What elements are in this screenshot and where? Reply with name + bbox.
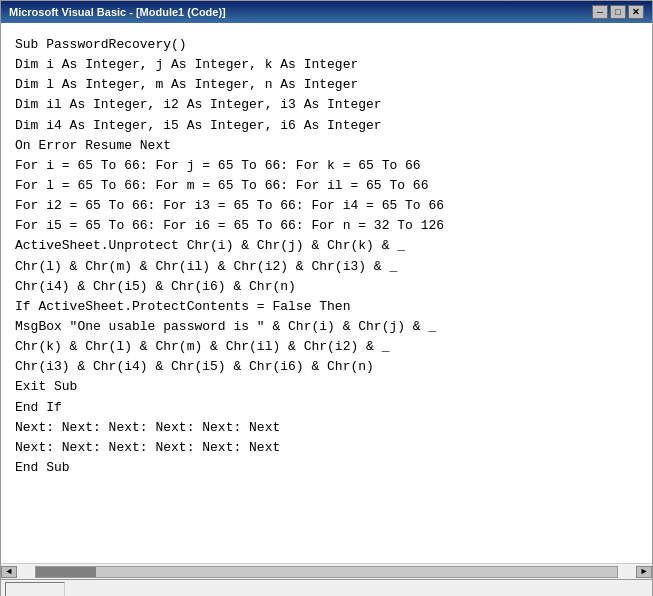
- scrollbar-thumb[interactable]: [36, 567, 96, 577]
- main-window: Microsoft Visual Basic - [Module1 (Code)…: [0, 0, 653, 596]
- title-bar-buttons: ─ □ ✕: [592, 5, 644, 19]
- scroll-left-button[interactable]: ◄: [1, 566, 17, 578]
- close-button[interactable]: ✕: [628, 5, 644, 19]
- status-segment: [5, 582, 65, 597]
- maximize-button[interactable]: □: [610, 5, 626, 19]
- title-bar: Microsoft Visual Basic - [Module1 (Code)…: [1, 1, 652, 23]
- minimize-button[interactable]: ─: [592, 5, 608, 19]
- scrollbar-track[interactable]: [35, 566, 618, 578]
- code-editor[interactable]: Sub PasswordRecovery() Dim i As Integer,…: [1, 23, 652, 563]
- status-bar: [1, 579, 652, 596]
- scroll-right-button[interactable]: ►: [636, 566, 652, 578]
- title-bar-label: Microsoft Visual Basic - [Module1 (Code)…: [9, 6, 226, 18]
- horizontal-scrollbar[interactable]: ◄ ►: [1, 563, 652, 579]
